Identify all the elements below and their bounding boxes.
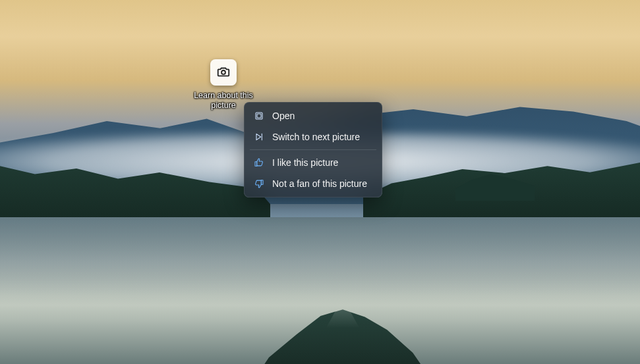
wallpaper-reflection xyxy=(0,217,640,296)
menu-item-label: Switch to next picture xyxy=(272,132,360,142)
menu-item-switch-next-picture[interactable]: Switch to next picture xyxy=(247,126,379,147)
svg-marker-3 xyxy=(256,134,261,140)
next-picture-icon xyxy=(254,132,264,142)
spotlight-desktop-icon[interactable] xyxy=(210,59,237,86)
menu-item-not-fan-picture[interactable]: Not a fan of this picture xyxy=(247,173,379,194)
thumbs-up-icon xyxy=(254,157,264,168)
svg-rect-2 xyxy=(257,114,261,118)
menu-separator xyxy=(250,149,376,150)
spotlight-context-menu: Open Switch to next picture I like this … xyxy=(244,102,382,197)
menu-item-like-picture[interactable]: I like this picture xyxy=(247,152,379,173)
menu-item-open[interactable]: Open xyxy=(247,105,379,126)
thumbs-down-icon xyxy=(254,178,264,189)
camera-icon xyxy=(216,65,231,81)
svg-point-0 xyxy=(221,70,225,74)
menu-item-label: Not a fan of this picture xyxy=(272,178,367,189)
menu-item-label: I like this picture xyxy=(272,157,338,168)
open-icon xyxy=(254,111,264,121)
menu-item-label: Open xyxy=(272,111,295,121)
